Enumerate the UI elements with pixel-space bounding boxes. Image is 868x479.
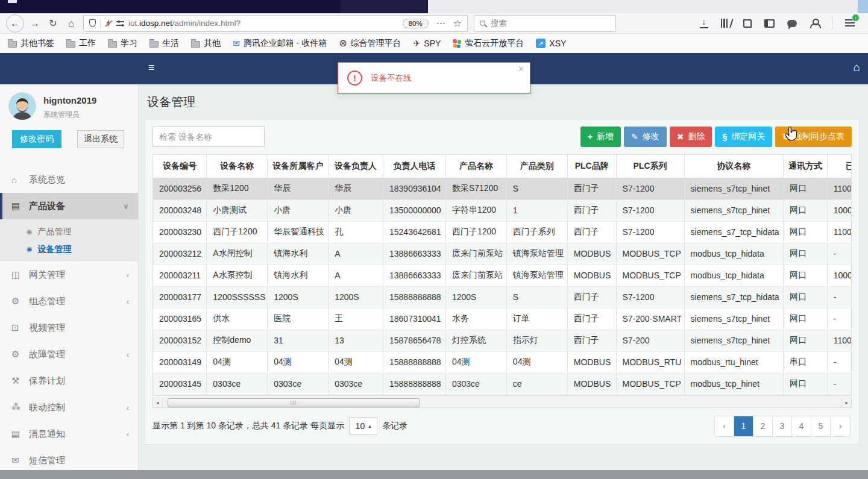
bookmark-item[interactable]: ✈SPY	[414, 39, 441, 48]
home-button[interactable]: ⌂	[63, 15, 80, 32]
url-path: /admin/index.html?	[172, 19, 241, 28]
column-header[interactable]: 产品名称	[445, 155, 506, 178]
browser-tab[interactable]	[341, 0, 428, 13]
page-button-2[interactable]: 2	[753, 416, 773, 436]
browser-search-input[interactable]	[489, 18, 610, 28]
scrollbar-thumb[interactable]: |||	[168, 398, 420, 407]
zoom-level-badge[interactable]: 80%	[403, 19, 429, 28]
bookmark-item[interactable]: 生活	[149, 38, 179, 49]
scrollbar-track[interactable]: |||	[163, 398, 841, 407]
bind-gateway-button[interactable]: §绑定网关	[715, 127, 772, 147]
table-row[interactable]: 200003152控制demo311315878656478灯控系统指示灯西门子…	[153, 330, 852, 351]
url-bar[interactable]: iot.idosp.net/admin/index.html? 80% ⋯ ☆	[83, 15, 468, 32]
chat-bubble-icon[interactable]	[787, 20, 797, 27]
bookmark-item[interactable]: 其他	[191, 38, 221, 49]
table-cell: modbus_rtu_hinet	[684, 351, 784, 373]
table-row[interactable]: 200003256数采1200华辰华辰18390936104数采S71200S西…	[153, 178, 852, 199]
column-header[interactable]: 通讯方式	[784, 155, 828, 178]
column-header[interactable]: 产品类别	[506, 155, 567, 178]
page-button-3[interactable]: 3	[773, 416, 792, 436]
browser-search-bar[interactable]	[474, 15, 616, 32]
column-header[interactable]: PLC系列	[616, 155, 684, 178]
downloads-icon[interactable]: ↓	[700, 18, 708, 28]
change-password-button[interactable]: 修改密码	[12, 130, 61, 148]
bookmark-item[interactable]: 萤石云开放平台	[453, 38, 524, 49]
sidebar-item-保养计划[interactable]: ⚒保养计划	[0, 368, 138, 394]
reload-button[interactable]: ↻	[45, 15, 61, 32]
action-label: 新增	[597, 131, 614, 142]
column-header[interactable]: 设备所属客户	[268, 155, 329, 178]
sidebar-item-网关管理[interactable]: ◫网关管理‹	[0, 261, 138, 288]
sitemap-icon: ⁂	[11, 402, 26, 413]
table-row[interactable]: 200003248小唐测试小唐小唐13500000000字符串12001西门子S…	[153, 199, 852, 221]
permissions-icon[interactable]	[116, 20, 124, 27]
forward-button[interactable]: →	[27, 15, 43, 32]
sidebar-item-故障管理[interactable]: ⚙故障管理‹	[0, 341, 138, 368]
device-panel: +新增✎修改✖删除§绑定网关↻强制同步点表 设备编号设备名称设备所属客户设备负责…	[145, 119, 860, 445]
sidebar-item-组态管理[interactable]: ⚙组态管理‹	[0, 288, 138, 315]
bookmark-item[interactable]: ✉腾讯企业邮箱 - 收件箱	[233, 38, 327, 49]
bookmark-item[interactable]: 其他书签	[8, 38, 54, 49]
column-header[interactable]: 设备负责人	[329, 155, 383, 178]
column-header[interactable]: 已绑定网关	[827, 155, 852, 178]
back-button[interactable]: ←	[6, 14, 24, 33]
column-header[interactable]: 负责人电话	[383, 155, 445, 178]
page-button-5[interactable]: 5	[811, 416, 831, 436]
table-row[interactable]: 2000031450303ce0303ce0303ce1588888888803…	[153, 373, 852, 395]
sidebar-item-label: 消息通知	[29, 428, 65, 440]
bookmark-item[interactable]: ⊛综合管理平台	[339, 38, 401, 49]
sidebar-item-消息通知[interactable]: ▤消息通知‹	[0, 421, 138, 447]
library-icon[interactable]	[721, 19, 731, 28]
horizontal-scrollbar[interactable]: ◄ ||| ►	[153, 398, 852, 408]
close-icon[interactable]: ✕	[518, 65, 524, 73]
blocked-content-icon[interactable]	[105, 19, 112, 27]
table-cell: 网口	[784, 286, 828, 308]
page-prev-button[interactable]: ‹	[715, 416, 734, 436]
sidebar-item-联动控制[interactable]: ⁂联动控制‹	[0, 394, 138, 421]
add-button[interactable]: +新增	[580, 127, 621, 147]
shield-icon[interactable]	[89, 19, 96, 27]
table-row[interactable]: 2000031771200SSSSSS1200S1200S15888888888…	[153, 286, 852, 308]
table-row[interactable]: 200003230西门子1200华辰智通科技孔15243642681西门子120…	[153, 221, 852, 243]
scroll-left-arrow[interactable]: ◄	[153, 398, 163, 407]
bookmark-item[interactable]: 学习	[108, 38, 137, 49]
navbar-home-icon[interactable]: ⌂	[854, 61, 860, 73]
app-layout: hignton2019 系统管理员 修改密码 退出系统 ⌂系统总览▤产品设备∨◉…	[0, 84, 868, 470]
screenshot-icon[interactable]	[743, 19, 752, 28]
page-next-button[interactable]: ›	[831, 416, 850, 436]
table-cell: MODBUS	[567, 265, 616, 286]
dot-circle-icon: ◉	[27, 245, 33, 253]
sidebar-item-产品设备[interactable]: ▤产品设备∨	[0, 193, 138, 219]
edit-button[interactable]: ✎修改	[624, 127, 667, 147]
page-button-4[interactable]: 4	[792, 416, 811, 436]
page-actions-icon[interactable]: ⋯	[436, 18, 445, 29]
page-size-dropdown[interactable]: 10 ▴	[349, 417, 377, 435]
bookmark-label: 生活	[162, 38, 179, 49]
column-header[interactable]: PLC品牌	[567, 155, 616, 178]
sidebar-item-视频管理[interactable]: ⊡视频管理	[0, 315, 138, 341]
logout-button[interactable]: 退出系统	[77, 130, 124, 148]
device-search-input[interactable]	[153, 127, 265, 147]
account-icon[interactable]	[810, 19, 819, 28]
sidebar-item-label: 组态管理	[29, 296, 65, 307]
sidebar-buttons: 修改密码 退出系统	[0, 120, 138, 148]
sidebar-subitem-产品管理[interactable]: ◉产品管理	[0, 223, 138, 240]
column-header[interactable]: 设备编号	[153, 155, 207, 178]
sidebar-collapse-icon[interactable]: ≡	[148, 62, 155, 73]
table-row[interactable]: 200003212A水闸控制镇海水利A13886663333庻来门前泵站镇海泵站…	[153, 243, 852, 265]
bookmark-item[interactable]: 工作	[66, 38, 96, 49]
table-row[interactable]: 200003165供水医院王18607310041水务订单西门子S7-200-S…	[153, 308, 852, 330]
bookmark-star-icon[interactable]: ☆	[453, 17, 462, 29]
column-header[interactable]: 协议名称	[684, 155, 784, 178]
table-row[interactable]: 200003211A水泵控制镇海水利A13886663333庻来门前泵站镇海泵站…	[153, 265, 852, 286]
bookmark-item[interactable]: ↗XSY	[536, 39, 566, 48]
delete-button[interactable]: ✖删除	[670, 127, 712, 147]
table-row[interactable]: 20000314904测04测04测1588888888804测04测MODBU…	[153, 351, 852, 373]
sidebar-subitem-设备管理[interactable]: ◉设备管理	[0, 240, 138, 258]
column-header[interactable]: 设备名称	[207, 155, 268, 178]
sidebar-toggle-icon[interactable]	[764, 19, 775, 28]
scroll-right-arrow[interactable]: ►	[841, 398, 851, 407]
menu-icon[interactable]: ↑	[845, 19, 855, 27]
page-button-1[interactable]: 1	[734, 416, 753, 436]
sidebar-item-系统总览[interactable]: ⌂系统总览	[0, 166, 138, 193]
